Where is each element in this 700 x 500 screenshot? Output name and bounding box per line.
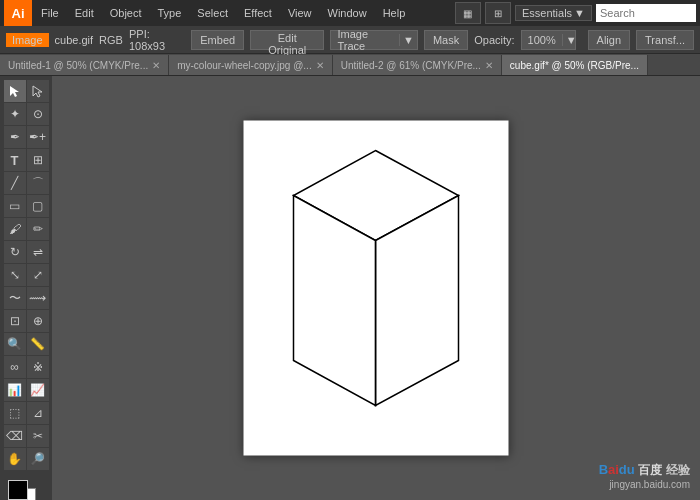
filename-text: cube.gif [55,34,94,46]
add-anchor-tool[interactable]: ✒+ [27,126,49,148]
tab-close-untitled1[interactable]: ✕ [152,60,160,71]
tool-row-eraser: ⌫ ✂ [4,425,49,447]
artboard [244,121,509,456]
tool-row-rect: ▭ ▢ [4,195,49,217]
tab-untitled1[interactable]: Untitled-1 @ 50% (CMYK/Pre... ✕ [0,55,169,75]
tool-row-type: T ⊞ [4,149,49,171]
column-graph-tool[interactable]: 📊 [4,379,26,401]
tool-row-artboard: ⬚ ⊿ [4,402,49,424]
ppi-text: PPI: 108x93 [129,28,185,52]
menu-view[interactable]: View [281,5,319,21]
ai-logo: Ai [4,0,32,26]
scissors-tool[interactable]: ✂ [27,425,49,447]
embed-button[interactable]: Embed [191,30,244,50]
menu-object[interactable]: Object [103,5,149,21]
align-button[interactable]: Align [588,30,630,50]
tab-cube[interactable]: cube.gif* @ 50% (RGB/Pre... [502,55,648,75]
zoom-tool[interactable]: 🔎 [27,448,49,470]
eraser-tool[interactable]: ⌫ [4,425,26,447]
symbol-tool[interactable]: ※ [27,356,49,378]
menu-right: ▦ ⊞ Essentials ▼ [455,2,696,24]
type-tool[interactable]: T [4,149,26,171]
tool-row-magic: ✦ ⊙ [4,103,49,125]
blend-tool[interactable]: ∞ [4,356,26,378]
opacity-dropdown[interactable]: 100% ▼ [521,30,576,50]
control-bar: Image cube.gif RGB PPI: 108x93 Embed Edi… [0,26,700,54]
artboard-tool[interactable]: ⬚ [4,402,26,424]
rounded-rect-tool[interactable]: ▢ [27,195,49,217]
bar-graph-tool[interactable]: 📈 [27,379,49,401]
tool-row-transform: ⊡ ⊕ [4,310,49,332]
menu-file[interactable]: File [34,5,66,21]
menu-type[interactable]: Type [151,5,189,21]
eyedropper-tool[interactable]: 🔍 [4,333,26,355]
tool-row-eyedropper: 🔍 📏 [4,333,49,355]
rect-tool[interactable]: ▭ [4,195,26,217]
tool-row-warp: 〜 ⟿ [4,287,49,309]
canvas-area[interactable]: Baidu 百度 经验 jingyan.baidu.com [52,76,700,500]
essentials-button[interactable]: Essentials ▼ [515,5,592,21]
tab-close-untitled2[interactable]: ✕ [485,60,493,71]
color-swatches[interactable] [8,480,44,500]
selection-tool[interactable] [4,80,26,102]
magic-wand-tool[interactable]: ✦ [4,103,26,125]
width-tool[interactable]: ⟿ [27,287,49,309]
pencil-tool[interactable]: ✏ [27,218,49,240]
workspace-icon[interactable]: ⊞ [485,2,511,24]
watermark-url: jingyan.baidu.com [609,479,690,490]
tool-row-select [4,80,49,102]
toolbar: ✦ ⊙ ✒ ✒+ T ⊞ ╱ ⌒ ▭ ▢ 🖌 ✏ ↻ ⇌ ⤡ ⤢ [0,76,52,500]
search-input[interactable] [596,4,696,22]
edit-original-button[interactable]: Edit Original [250,30,324,50]
lasso-tool[interactable]: ⊙ [27,103,49,125]
pen-tool[interactable]: ✒ [4,126,26,148]
color-mode-text: RGB [99,34,123,46]
tool-row-blend: ∞ ※ [4,356,49,378]
menu-window[interactable]: Window [321,5,374,21]
menu-effect[interactable]: Effect [237,5,279,21]
tool-row-line: ╱ ⌒ [4,172,49,194]
tool-row-scale: ⤡ ⤢ [4,264,49,286]
warp-tool[interactable]: 〜 [4,287,26,309]
puppet-warp-tool[interactable]: ⊕ [27,310,49,332]
tool-row-rotate: ↻ ⇌ [4,241,49,263]
color-area [8,480,44,500]
cube-svg [244,121,509,456]
reflect-tool[interactable]: ⇌ [27,241,49,263]
tool-row-hand: ✋ 🔎 [4,448,49,470]
arc-tool[interactable]: ⌒ [27,172,49,194]
transform-button[interactable]: Transf... [636,30,694,50]
menu-edit[interactable]: Edit [68,5,101,21]
image-trace-dropdown[interactable]: Image Trace ▼ [330,30,418,50]
menu-help[interactable]: Help [376,5,413,21]
watermark-logo: Baidu 百度 经验 [599,462,690,479]
tabs-bar: Untitled-1 @ 50% (CMYK/Pre... ✕ my-colou… [0,54,700,76]
scale-tool[interactable]: ⤡ [4,264,26,286]
tab-untitled2[interactable]: Untitled-2 @ 61% (CMYK/Pre... ✕ [333,55,502,75]
menu-bar: Ai File Edit Object Type Select Effect V… [0,0,700,26]
arrange-icon[interactable]: ▦ [455,2,481,24]
image-label[interactable]: Image [6,33,49,47]
tab-colour-wheel[interactable]: my-colour-wheel-copy.jpg @... ✕ [169,55,332,75]
tool-row-graph: 📊 📈 [4,379,49,401]
opacity-label: Opacity: [474,34,514,46]
watermark: Baidu 百度 经验 jingyan.baidu.com [599,462,690,490]
menu-select[interactable]: Select [190,5,235,21]
tab-close-colour-wheel[interactable]: ✕ [316,60,324,71]
direct-select-tool[interactable] [27,80,49,102]
foreground-color[interactable] [8,480,28,500]
measure-tool[interactable]: 📏 [27,333,49,355]
free-transform-tool[interactable]: ⊡ [4,310,26,332]
tool-row-brush: 🖌 ✏ [4,218,49,240]
line-tool[interactable]: ╱ [4,172,26,194]
mask-button[interactable]: Mask [424,30,468,50]
slice-tool[interactable]: ⊿ [27,402,49,424]
reshape-tool[interactable]: ⤢ [27,264,49,286]
main-area: ✦ ⊙ ✒ ✒+ T ⊞ ╱ ⌒ ▭ ▢ 🖌 ✏ ↻ ⇌ ⤡ ⤢ [0,76,700,500]
tool-row-pen: ✒ ✒+ [4,126,49,148]
hand-tool[interactable]: ✋ [4,448,26,470]
paintbrush-tool[interactable]: 🖌 [4,218,26,240]
rotate-tool[interactable]: ↻ [4,241,26,263]
area-type-tool[interactable]: ⊞ [27,149,49,171]
